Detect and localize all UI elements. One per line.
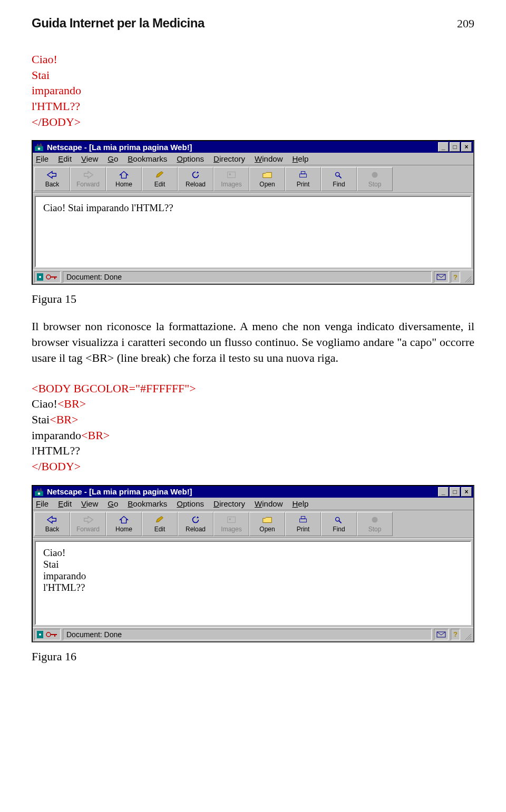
- svg-point-19: [38, 492, 41, 495]
- titlebar: Netscape - [La mia prima pagina Web!] _ …: [33, 486, 473, 498]
- code-line: <BODY BGCOLOR="#FFFFFF">: [32, 381, 474, 397]
- code-line: l'HTML??: [32, 98, 474, 114]
- figure-caption-16: Figura 16: [32, 650, 474, 664]
- minimize-button[interactable]: _: [438, 142, 449, 152]
- netscape-icon: [34, 142, 44, 152]
- stop-button[interactable]: Stop: [357, 512, 393, 536]
- edit-button[interactable]: Edit: [142, 512, 178, 536]
- resize-grip[interactable]: [462, 271, 472, 283]
- svg-point-8: [372, 172, 378, 178]
- toolbar: Back Forward Home Edit Reload Images Ope…: [33, 510, 473, 538]
- menu-directory[interactable]: Directory: [213, 499, 245, 508]
- svg-point-10: [39, 276, 41, 278]
- svg-point-29: [46, 632, 51, 637]
- home-button[interactable]: Home: [106, 512, 142, 536]
- menu-help[interactable]: Help: [292, 154, 308, 163]
- maximize-button[interactable]: □: [450, 142, 460, 152]
- print-button[interactable]: Print: [285, 167, 321, 191]
- menu-edit[interactable]: Edit: [58, 154, 72, 163]
- status-icon-key: [34, 629, 61, 640]
- svg-point-28: [39, 633, 41, 636]
- back-button[interactable]: Back: [34, 512, 70, 536]
- print-button[interactable]: Print: [285, 512, 321, 536]
- netscape-icon: [34, 487, 44, 497]
- figure-caption-15: Figura 15: [32, 292, 474, 306]
- stop-button[interactable]: Stop: [357, 167, 393, 191]
- code-line: Ciao!: [32, 52, 474, 67]
- svg-point-6: [336, 173, 339, 176]
- question-icon[interactable]: ?: [451, 271, 460, 283]
- edit-button[interactable]: Edit: [142, 167, 178, 191]
- images-button[interactable]: Images: [213, 512, 249, 536]
- minimize-button[interactable]: _: [438, 487, 449, 497]
- running-header: Guida Internet per la Medicina 209: [32, 16, 474, 31]
- menu-file[interactable]: File: [36, 154, 48, 163]
- question-icon[interactable]: ?: [451, 629, 460, 640]
- svg-line-16: [468, 279, 471, 282]
- reload-button[interactable]: Reload: [178, 512, 213, 536]
- content-line: Stai: [43, 559, 463, 570]
- statusbar: Document: Done ?: [33, 627, 473, 641]
- menu-view[interactable]: View: [81, 499, 98, 508]
- open-button[interactable]: Open: [249, 512, 285, 536]
- menu-options[interactable]: Options: [177, 499, 204, 508]
- svg-point-3: [229, 174, 231, 176]
- home-button[interactable]: Home: [106, 167, 142, 191]
- menu-help[interactable]: Help: [292, 499, 308, 508]
- paragraph-1: Il browser non riconosce la formattazion…: [32, 319, 474, 365]
- code-block-1: Ciao! Stai imparando l'HTML?? </BODY>: [32, 52, 474, 130]
- status-icon-key: [34, 271, 61, 283]
- code-line: </BODY>: [32, 114, 474, 130]
- content-line: Ciao!: [43, 547, 463, 559]
- status-text: Document: Done: [63, 271, 432, 283]
- titlebar: Netscape - [La mia prima pagina Web!] _ …: [33, 141, 473, 153]
- open-button[interactable]: Open: [249, 167, 285, 191]
- menu-directory[interactable]: Directory: [213, 154, 245, 163]
- menu-go[interactable]: Go: [108, 499, 118, 508]
- page-content: Ciao! Stai imparando l'HTML??: [35, 541, 471, 625]
- menu-file[interactable]: File: [36, 499, 48, 508]
- code-line: l'HTML??: [32, 443, 474, 459]
- close-button[interactable]: ×: [461, 142, 472, 152]
- menu-bookmarks[interactable]: Bookmarks: [128, 499, 167, 508]
- mail-icon[interactable]: [434, 271, 449, 283]
- menu-window[interactable]: Window: [255, 154, 283, 163]
- close-button[interactable]: ×: [461, 487, 472, 497]
- reload-button[interactable]: Reload: [178, 167, 213, 191]
- code-line: Stai<BR>: [32, 412, 474, 428]
- menu-options[interactable]: Options: [177, 154, 204, 163]
- svg-rect-20: [228, 517, 236, 522]
- code-line: Stai: [32, 67, 474, 83]
- forward-button[interactable]: Forward: [70, 167, 106, 191]
- find-button[interactable]: Find: [321, 512, 357, 536]
- code-line: </BODY>: [32, 459, 474, 474]
- maximize-button[interactable]: □: [450, 487, 460, 497]
- content-line: l'HTML??: [43, 582, 463, 593]
- menubar: File Edit View Go Bookmarks Options Dire…: [33, 153, 473, 165]
- resize-grip[interactable]: [462, 629, 472, 640]
- status-text: Document: Done: [63, 629, 432, 640]
- back-button[interactable]: Back: [34, 167, 70, 191]
- svg-line-7: [339, 176, 342, 179]
- netscape-window-fig16: Netscape - [La mia prima pagina Web!] _ …: [32, 485, 474, 642]
- menu-edit[interactable]: Edit: [58, 499, 72, 508]
- menubar: File Edit View Go Bookmarks Options Dire…: [33, 498, 473, 510]
- svg-line-25: [339, 520, 342, 523]
- svg-rect-23: [301, 516, 305, 519]
- mail-icon[interactable]: [434, 629, 449, 640]
- menu-go[interactable]: Go: [108, 154, 118, 163]
- window-title: Netscape - [La mia prima pagina Web!]: [47, 487, 437, 496]
- netscape-window-fig15: Netscape - [La mia prima pagina Web!] _ …: [32, 140, 474, 285]
- find-button[interactable]: Find: [321, 167, 357, 191]
- svg-rect-22: [300, 519, 307, 522]
- forward-button[interactable]: Forward: [70, 512, 106, 536]
- menu-window[interactable]: Window: [255, 499, 283, 508]
- code-block-2: <BODY BGCOLOR="#FFFFFF"> Ciao!<BR> Stai<…: [32, 381, 474, 474]
- svg-line-17: [470, 281, 471, 282]
- svg-rect-2: [228, 172, 236, 178]
- images-button[interactable]: Images: [213, 167, 249, 191]
- svg-line-34: [468, 636, 471, 640]
- svg-point-24: [336, 517, 339, 521]
- menu-bookmarks[interactable]: Bookmarks: [128, 154, 167, 163]
- menu-view[interactable]: View: [81, 154, 98, 163]
